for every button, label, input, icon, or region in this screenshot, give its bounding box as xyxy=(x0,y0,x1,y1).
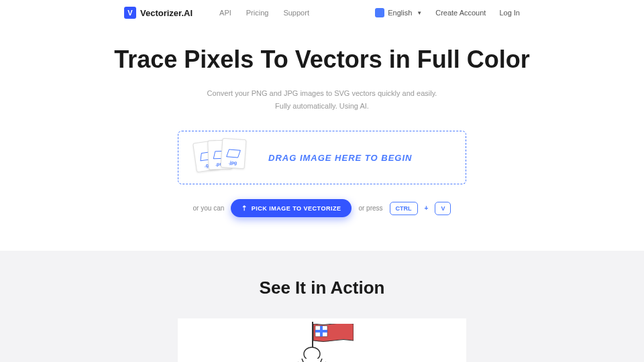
subtitle-1: Convert your PNG and JPG images to SVG v… xyxy=(13,87,631,100)
or-text-1: or you can xyxy=(193,204,225,212)
action-row: or you can ⇡ PICK IMAGE TO VECTORIZE or … xyxy=(13,199,631,217)
login-link[interactable]: Log In xyxy=(499,9,520,17)
logo-text: Vectorizer.AI xyxy=(140,8,193,18)
kbd-plus: + xyxy=(425,204,429,212)
globe-icon xyxy=(375,8,384,17)
section-title: See It in Action xyxy=(0,278,644,298)
see-in-action-section: See It in Action xyxy=(0,251,644,362)
nav-left: API Pricing Support xyxy=(219,9,309,17)
or-text-2: or press xyxy=(358,204,382,212)
nav-support[interactable]: Support xyxy=(283,9,309,17)
file-icons: .gif .png .jpg xyxy=(195,139,248,176)
logo-icon: V xyxy=(124,7,136,19)
chevron-down-icon: ▼ xyxy=(417,10,422,16)
kbd-v: V xyxy=(435,202,451,215)
nav-api[interactable]: API xyxy=(219,9,231,17)
file-icon-jpg: .jpg xyxy=(221,138,247,169)
hero: Trace Pixels To Vectors in Full Color Co… xyxy=(0,25,644,251)
language-selector[interactable]: English ▼ xyxy=(375,8,422,17)
pick-image-button[interactable]: ⇡ PICK IMAGE TO VECTORIZE xyxy=(231,199,352,217)
subtitle-2: Fully automatically. Using AI. xyxy=(13,100,631,113)
preview-image xyxy=(178,318,466,362)
upload-icon: ⇡ xyxy=(241,204,248,212)
kbd-ctrl: CTRL xyxy=(390,202,418,215)
page-title: Trace Pixels To Vectors in Full Color xyxy=(13,46,631,74)
pick-button-label: PICK IMAGE TO VECTORIZE xyxy=(252,205,341,212)
language-label: English xyxy=(388,9,412,17)
dropzone[interactable]: .gif .png .jpg DRAG IMAGE HERE TO BEGIN xyxy=(178,131,466,184)
nav-right: English ▼ Create Account Log In xyxy=(375,8,520,17)
figure-illustration xyxy=(282,342,342,362)
nav-pricing[interactable]: Pricing xyxy=(246,9,269,17)
svg-rect-2 xyxy=(315,330,327,333)
create-account-link[interactable]: Create Account xyxy=(435,9,486,17)
drag-prompt: DRAG IMAGE HERE TO BEGIN xyxy=(268,153,412,163)
logo[interactable]: V Vectorizer.AI xyxy=(124,7,193,19)
header: V Vectorizer.AI API Pricing Support Engl… xyxy=(0,0,644,25)
